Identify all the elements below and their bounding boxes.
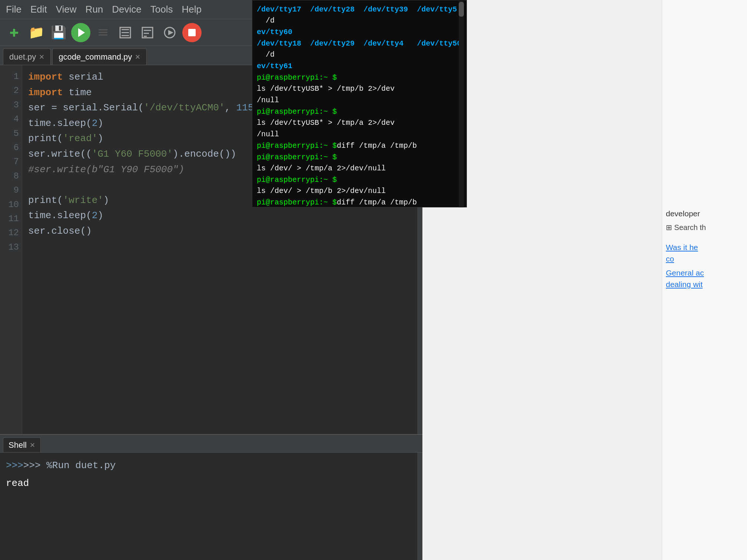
shell-panel: Shell ✕ >>> >>> %Run duet.py read [0,434,422,560]
term-line-8: /null [257,129,462,140]
svg-marker-9 [168,30,173,35]
shell-tab-bar: Shell ✕ [0,435,422,453]
step-into-icon [141,26,154,39]
shell-content: >>> >>> %Run duet.py read [0,453,417,560]
term-line-1: /dev/tty17 /dev/tty28 /dev/tty39 /dev/tt… [257,4,462,26]
run-button[interactable] [71,23,90,42]
shell-run-command: >>> %Run duet.py [23,457,116,474]
sidebar-link-general-ac[interactable]: General ac dealing wit [666,267,743,290]
add-icon: ✚ [9,25,19,40]
resume-icon [163,26,176,39]
shell-output-text: read [6,475,29,492]
save-button[interactable]: 💾 [49,23,68,42]
term-line-5: pi@raspberrypi:~ $ ls /dev/ttyUSB* > /tm… [257,72,462,94]
step-over-button[interactable] [116,23,135,42]
sidebar-content: developer ⊞ Search th Was it he co Gener… [666,207,743,290]
terminal-scrollbar[interactable] [459,0,464,207]
shell-scrollbar[interactable] [417,453,422,560]
terminal-scrollbar-thumb[interactable] [459,2,464,17]
tab-duet-py-label: duet.py [9,52,36,62]
add-file-button[interactable]: ✚ [4,23,24,42]
shell-run-line: >>> >>> %Run duet.py [6,457,411,474]
terminal-window: /dev/tty17 /dev/tty28 /dev/tty39 /dev/tt… [252,0,467,207]
menu-tools[interactable]: Tools [150,4,173,15]
sidebar-search-text: ⊞ Search th [666,223,743,232]
run-icon [71,23,90,42]
menu-view[interactable]: View [56,4,77,15]
resume-button[interactable] [160,23,179,42]
tab-gcode-command-py-label: gcode_command.py [59,52,132,62]
term-line-6: /null [257,95,462,106]
step-into-button[interactable] [138,23,157,42]
term-line-4: ev/tty61 [257,61,462,72]
save-icon: 💾 [51,25,66,40]
term-line-11: pi@raspberrypi:~ $ ls /dev/ > /tmp/b 2>/… [257,174,462,197]
debug-list-button[interactable] [93,23,113,42]
menu-edit[interactable]: Edit [30,4,47,15]
sidebar-link-was-it-he[interactable]: Was it he co [666,241,743,265]
tab-gcode-command-py[interactable]: gcode_command.py ✕ [52,49,147,65]
tab-gcode-command-py-close[interactable]: ✕ [135,53,140,61]
step-over-icon [119,26,132,39]
menu-file[interactable]: File [6,4,21,15]
shell-tab[interactable]: Shell ✕ [3,437,41,452]
shell-prompt: >>> [6,457,23,474]
tab-duet-py-close[interactable]: ✕ [39,53,44,61]
term-line-2: ev/tty60 [257,27,462,38]
menu-run[interactable]: Run [86,4,103,15]
term-line-3: /dev/tty18 /dev/tty29 /dev/tty4 /dev/tty… [257,38,462,60]
term-line-9: pi@raspberrypi:~ $ diff /tmp/a /tmp/b [257,140,462,151]
shell-tab-close[interactable]: ✕ [30,441,35,449]
right-sidebar: developer ⊞ Search th Was it he co Gener… [662,0,747,560]
term-line-10: pi@raspberrypi:~ $ ls /dev/ > /tmp/a 2>/… [257,152,462,174]
open-button[interactable]: 📁 [27,23,46,42]
stop-icon [182,23,202,42]
stop-button[interactable] [182,23,202,42]
shell-output-line: read [6,475,411,492]
tab-duet-py[interactable]: duet.py ✕ [3,49,51,65]
term-line-12: pi@raspberrypi:~ $ diff /tmp/a /tmp/b [257,197,462,207]
menu-help[interactable]: Help [182,4,202,15]
shell-tab-label: Shell [9,440,27,450]
list-icon [99,29,107,36]
line-numbers: 1 2 3 4 5 6 7 8 9 10 11 12 13 [0,65,22,434]
menu-device[interactable]: Device [112,4,141,15]
term-line-7: pi@raspberrypi:~ $ ls /dev/ttyUSB* > /tm… [257,106,462,129]
folder-icon: 📁 [29,25,44,40]
sidebar-developer-text: developer [666,207,743,220]
